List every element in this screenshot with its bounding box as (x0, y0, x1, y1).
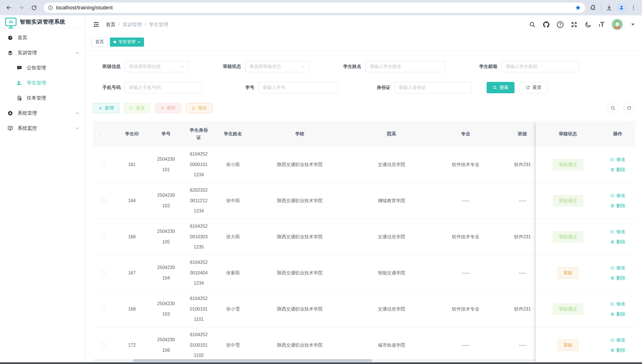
edit-icon (610, 302, 615, 306)
sidebar-collapse-button[interactable] (93, 21, 100, 28)
cell-student-id: 164 (114, 183, 150, 219)
class-select[interactable]: 请选择班级信息 (125, 61, 189, 72)
select-all-checkbox[interactable] (101, 132, 106, 136)
table-search-toggle-button[interactable] (607, 102, 619, 114)
filter-field-audit-status: 审核状态 请选择审核状态 (213, 61, 309, 72)
browser-forward-icon[interactable] (17, 3, 26, 13)
row-edit-button[interactable]: 修改 (610, 336, 625, 344)
row-delete-button[interactable]: 删除 (610, 202, 625, 210)
tab-bar: 首页 学生管理 × (85, 34, 642, 51)
dark-mode-moon-icon[interactable] (585, 21, 591, 28)
search-button[interactable]: 搜索 (487, 82, 515, 93)
reset-button[interactable]: 重置 (520, 82, 548, 93)
row-checkbox[interactable] (101, 198, 106, 203)
bookmark-star-icon[interactable] (575, 5, 581, 11)
sidebar-item-system[interactable]: 系统管理 (0, 106, 85, 121)
filter-label: 班级信息 (93, 64, 125, 70)
cell-student-no: 2504230103 (150, 291, 182, 327)
row-delete-button[interactable]: 删除 (610, 274, 625, 282)
browser-reload-icon[interactable] (29, 3, 39, 13)
row-edit-button[interactable]: 修改 (610, 264, 625, 272)
row-delete-button[interactable]: 删除 (610, 238, 625, 246)
address-bar[interactable]: localhost/training/student (44, 3, 585, 13)
table-row: 1612504230101610425200001011234张小雨陕西交通职业… (93, 147, 536, 183)
row-checkbox[interactable] (101, 162, 106, 167)
browser-menu-icon[interactable] (631, 5, 636, 11)
site-info-icon[interactable] (48, 5, 53, 11)
help-icon[interactable]: ? (557, 21, 563, 28)
row-checkbox[interactable] (101, 235, 106, 239)
plus-icon (98, 106, 102, 110)
sidebar-item-notice[interactable]: 公告管理 (0, 60, 85, 75)
sidebar-item-monitor[interactable]: 系统监控 (0, 121, 85, 136)
row-delete-button[interactable]: 删除 (610, 166, 625, 173)
cell-department: 城市轨道学院 (349, 327, 434, 362)
layers-icon (7, 50, 13, 56)
filter-field-name: 学生姓名 (334, 61, 445, 72)
status-badge[interactable]: 审核通过 (553, 159, 583, 170)
sidebar-item-training[interactable]: 实训管理 (0, 45, 85, 60)
student-no-input[interactable] (263, 85, 334, 90)
id-card-input[interactable] (399, 85, 468, 90)
browser-profile-icon[interactable] (617, 3, 626, 12)
search-icon (610, 106, 616, 111)
row-checkbox[interactable] (101, 343, 106, 348)
chevron-down-icon (180, 65, 184, 69)
tab-close-icon[interactable]: × (138, 40, 140, 44)
cell-class: ----- (497, 255, 536, 291)
row-edit-button[interactable]: 修改 (610, 156, 625, 163)
avatar[interactable] (612, 19, 623, 30)
trash-icon (610, 167, 615, 172)
breadcrumb-item[interactable]: 首页 (106, 21, 116, 28)
row-edit-button[interactable]: 修改 (610, 228, 625, 235)
status-badge[interactable]: 审核通过 (553, 231, 583, 243)
user-menu-caret[interactable] (631, 24, 635, 26)
font-size-icon[interactable]: tT (599, 21, 604, 28)
status-badge[interactable]: 审核 (557, 267, 579, 279)
edit-button[interactable]: 修改 (124, 103, 150, 113)
export-button[interactable]: 导出 (186, 103, 212, 113)
edit-icon (610, 338, 615, 342)
tab-home[interactable]: 首页 (92, 38, 108, 47)
sidebar-item-home[interactable]: 首页 (0, 30, 85, 45)
extensions-icon[interactable] (590, 5, 596, 11)
sidebar-item-student[interactable]: 学生管理 (0, 75, 85, 90)
cell-student-no: 2504230101 (150, 147, 182, 183)
audit-status-select[interactable]: 请选择审核状态 (245, 61, 309, 72)
tab-student-management[interactable]: 学生管理 × (110, 38, 144, 47)
browser-back-icon[interactable] (4, 3, 14, 13)
status-badge[interactable]: 审核通过 (553, 195, 583, 206)
table-body-fixed: 审核通过修改删除审核通过修改删除审核通过修改删除审核修改删除审核通过修改删除审核… (536, 147, 635, 362)
student-name-input[interactable] (370, 64, 441, 69)
status-badge[interactable]: 审核 (557, 340, 579, 351)
table-refresh-button[interactable] (623, 102, 635, 114)
cell-id-card: 610425200104041234 (182, 255, 215, 291)
table-row-fixed: 审核修改删除 (536, 255, 635, 291)
browser-chrome: localhost/training/student (0, 0, 642, 15)
row-delete-button[interactable]: 删除 (610, 347, 625, 354)
student-email-input[interactable] (506, 64, 575, 69)
filter-field-class: 班级信息 请选择班级信息 (93, 61, 189, 72)
cell-major: ----- (434, 327, 497, 362)
sidebar-item-task[interactable]: 任务管理 (0, 90, 85, 106)
search-icon[interactable] (529, 21, 536, 28)
scrollbar-thumb[interactable] (133, 359, 372, 362)
add-button[interactable]: 新增 (93, 103, 119, 113)
fullscreen-icon[interactable] (571, 21, 577, 28)
row-edit-button[interactable]: 修改 (610, 300, 625, 308)
github-icon[interactable] (543, 21, 550, 28)
edit-icon (610, 229, 615, 234)
cell-class: 软件231 (497, 219, 536, 255)
status-badge[interactable]: 审核通过 (553, 303, 583, 315)
task-icon (17, 95, 22, 101)
table-body: 1612504230101610425200001011234张小雨陕西交通职业… (93, 147, 536, 362)
downloads-icon[interactable] (606, 5, 612, 11)
trash-icon (610, 276, 615, 280)
row-delete-button[interactable]: 删除 (610, 311, 625, 318)
phone-input[interactable] (129, 85, 198, 90)
row-edit-button[interactable]: 修改 (610, 192, 625, 199)
delete-button[interactable]: 删除 (155, 103, 181, 113)
row-checkbox[interactable] (101, 271, 106, 275)
row-checkbox[interactable] (101, 307, 106, 311)
table-header-fixed: 审核状态 操作 (536, 121, 635, 147)
